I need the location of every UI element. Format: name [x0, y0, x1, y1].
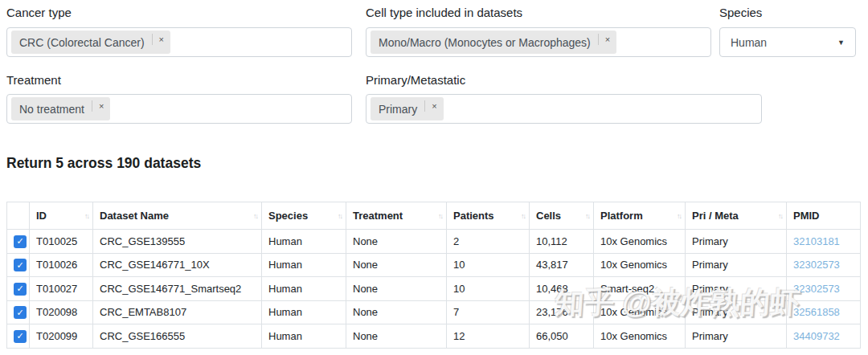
primary-metastatic-multiselect[interactable]: Primary × [366, 94, 762, 124]
column-header-platform[interactable]: Platform ↑↓ [594, 202, 686, 230]
cancer-type-tag[interactable]: CRC (Colorectal Cancer) × [11, 31, 170, 54]
datasets-table: ID ↑↓ Dataset Name ↑↓ Species ↑↓ Treatme… [6, 202, 861, 349]
cell-id: T020098 [30, 300, 93, 324]
sort-icon[interactable]: ↑↓ [585, 212, 589, 220]
row-checkbox[interactable]: ✓ [14, 235, 27, 248]
pmid-link[interactable]: 32302573 [793, 283, 840, 295]
species-select-value: Human [731, 36, 767, 49]
primary-metastatic-tag-label: Primary [379, 103, 417, 116]
column-header-treatment[interactable]: Treatment ↑↓ [346, 202, 447, 230]
sort-icon[interactable]: ↑↓ [338, 212, 342, 220]
column-header-label: Species [268, 210, 308, 222]
pmid-link[interactable]: 34409732 [793, 330, 840, 342]
column-header-label: Cells [536, 210, 561, 222]
cell-cells: 66,050 [530, 324, 594, 349]
cell-dataset-name: CRC_GSE146771_10X [93, 253, 262, 277]
cell-patients: 2 [447, 230, 530, 254]
sort-icon[interactable]: ↑↓ [438, 212, 442, 220]
remove-icon[interactable]: × [92, 100, 110, 112]
species-select[interactable]: Human ▼ [719, 27, 856, 57]
column-header-label: Treatment [353, 210, 403, 222]
cell-platform: 10x Genomics [594, 253, 686, 277]
cell-id: T010026 [30, 253, 93, 277]
cell-patients: 7 [447, 300, 530, 324]
cell-species: Human [262, 277, 346, 301]
column-header-cells[interactable]: Cells ↑↓ [530, 202, 594, 230]
cancer-type-tag-label: CRC (Colorectal Cancer) [19, 36, 145, 49]
cell-treatment: None [346, 300, 447, 324]
cell-id: T020099 [30, 324, 93, 349]
sort-icon[interactable]: ↑↓ [84, 212, 88, 220]
cell-platform: Smart-seq2 [594, 277, 686, 301]
remove-icon[interactable]: × [424, 100, 443, 112]
cell-platform: 10x Genomics [594, 300, 686, 324]
row-checkbox[interactable]: ✓ [14, 259, 27, 271]
cell-pri-meta: Primary [686, 230, 787, 254]
remove-icon[interactable]: × [152, 34, 170, 45]
treatment-tag-label: No treatment [19, 103, 84, 116]
cell-treatment: None [346, 277, 447, 301]
column-header-pmid[interactable]: PMID [787, 202, 861, 230]
remove-icon[interactable]: × [598, 34, 616, 45]
column-header-pri-meta[interactable]: Pri / Meta ↑↓ [686, 202, 787, 230]
cell-type-tag-label: Mono/Macro (Monocytes or Macrophages) [379, 36, 591, 49]
cell-species: Human [262, 253, 346, 277]
cell-id: T010027 [30, 277, 93, 301]
sort-icon[interactable]: ↑↓ [778, 212, 782, 220]
column-header-id[interactable]: ID ↑↓ [30, 202, 93, 230]
cell-treatment: None [346, 324, 447, 349]
cancer-type-label: Cancer type [6, 6, 72, 19]
cell-species: Human [262, 324, 346, 349]
treatment-tag[interactable]: No treatment × [11, 97, 110, 120]
cell-dataset-name: CRC_GSE139555 [93, 230, 262, 254]
cell-dataset-name: CRC_GSE166555 [93, 324, 262, 349]
pmid-link[interactable]: 32302573 [793, 259, 840, 271]
row-checkbox[interactable]: ✓ [14, 306, 27, 319]
treatment-label: Treatment [6, 73, 61, 87]
cell-dataset-name: CRC_GSE146771_Smartseq2 [93, 277, 262, 301]
check-icon: ✓ [16, 332, 23, 341]
results-count-heading: Return 5 across 190 datasets [6, 155, 201, 172]
pmid-link[interactable]: 32103181 [793, 235, 840, 247]
column-header-dataset-name[interactable]: Dataset Name ↑↓ [93, 202, 262, 230]
cell-type-label: Cell type included in datasets [366, 6, 522, 19]
table-row: ✓ T020099 CRC_GSE166555 Human None 12 66… [7, 324, 861, 349]
cell-species: Human [262, 230, 346, 254]
cell-platform: 10x Genomics [594, 230, 686, 254]
table-row: ✓ T010026 CRC_GSE146771_10X Human None 1… [7, 253, 861, 277]
cell-treatment: None [346, 253, 447, 277]
cell-pri-meta: Primary [686, 324, 787, 349]
cell-cells: 43,817 [530, 253, 594, 277]
column-header-patients[interactable]: Patients ↑↓ [447, 202, 530, 230]
cell-treatment: None [346, 230, 447, 254]
cell-patients: 10 [447, 253, 530, 277]
cell-id: T010025 [30, 230, 93, 254]
cell-pri-meta: Primary [686, 300, 787, 324]
cell-type-multiselect[interactable]: Mono/Macro (Monocytes or Macrophages) × [366, 27, 711, 57]
primary-metastatic-tag[interactable]: Primary × [371, 97, 444, 120]
table-row: ✓ T010025 CRC_GSE139555 Human None 2 10,… [7, 230, 861, 254]
cell-cells: 23,176 [530, 300, 594, 324]
sort-icon[interactable]: ↑↓ [253, 212, 257, 220]
table-row: ✓ T020098 CRC_EMTAB8107 Human None 7 23,… [7, 300, 861, 324]
primary-metastatic-label: Primary/Metastatic [366, 73, 465, 87]
sort-icon[interactable]: ↑↓ [677, 212, 681, 220]
row-checkbox[interactable]: ✓ [14, 283, 27, 296]
table-row: ✓ T010027 CRC_GSE146771_Smartseq2 Human … [7, 277, 861, 301]
treatment-multiselect[interactable]: No treatment × [6, 94, 352, 124]
species-label: Species [719, 6, 762, 19]
check-icon: ✓ [16, 237, 23, 246]
cell-cells: 10,112 [530, 230, 594, 254]
sort-icon[interactable]: ↑↓ [521, 212, 525, 220]
cell-type-tag[interactable]: Mono/Macro (Monocytes or Macrophages) × [371, 31, 616, 54]
column-header-species[interactable]: Species ↑↓ [262, 202, 346, 230]
cell-pri-meta: Primary [686, 277, 787, 301]
cell-dataset-name: CRC_EMTAB8107 [93, 300, 262, 324]
row-checkbox[interactable]: ✓ [14, 330, 27, 343]
check-icon: ✓ [16, 308, 23, 317]
pmid-link[interactable]: 32561858 [793, 306, 840, 318]
column-header-label: ID [36, 210, 47, 222]
cell-pri-meta: Primary [686, 253, 787, 277]
cancer-type-multiselect[interactable]: CRC (Colorectal Cancer) × [6, 27, 352, 57]
column-header-label: PMID [793, 210, 820, 222]
